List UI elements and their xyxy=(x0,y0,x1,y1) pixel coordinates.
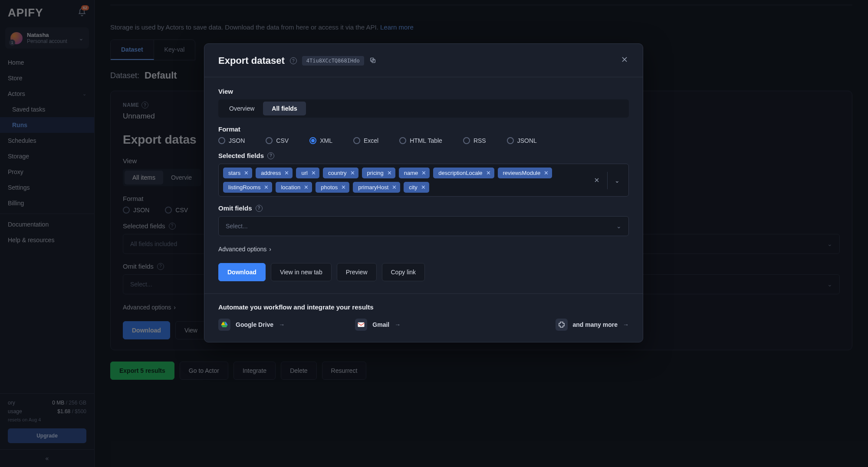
modal-view-tab-button[interactable]: View in new tab xyxy=(271,263,332,281)
modal-view-all-fields[interactable]: All fields xyxy=(263,102,306,115)
modal-preview-button[interactable]: Preview xyxy=(337,263,377,281)
field-chip: address✕ xyxy=(256,168,293,178)
field-chip: url✕ xyxy=(296,168,319,178)
modal-omit-fields-select[interactable]: Select... ⌄ xyxy=(218,216,629,236)
radio-icon xyxy=(266,137,273,144)
modal-format-json[interactable]: JSON xyxy=(218,137,245,144)
arrow-right-icon: → xyxy=(395,321,401,328)
close-modal-button[interactable] xyxy=(620,55,629,66)
radio-icon xyxy=(463,137,470,144)
copy-id-button[interactable] xyxy=(369,57,376,65)
field-chip: location✕ xyxy=(276,182,312,193)
clear-chips-button[interactable] xyxy=(593,177,600,185)
field-chip-label: primaryHost xyxy=(358,184,388,191)
field-chip-label: photos xyxy=(321,184,338,191)
modal-format-html[interactable]: HTML Table xyxy=(399,137,442,144)
modal-omit-fields-label: Omit fields ? xyxy=(218,204,629,212)
modal-view-overview[interactable]: Overview xyxy=(220,102,263,115)
field-chip: country✕ xyxy=(323,168,358,178)
integration-more[interactable]: and many more → xyxy=(492,319,629,331)
modal-selected-label-text: Selected fields xyxy=(218,152,264,159)
radio-icon xyxy=(507,137,514,144)
chevron-right-icon: › xyxy=(269,246,271,253)
integration-gdrive-label: Google Drive xyxy=(236,321,273,328)
modal-format-label: Format xyxy=(218,125,629,133)
modal-format-rss-label: RSS xyxy=(473,137,486,144)
remove-chip-button[interactable]: ✕ xyxy=(387,170,392,176)
arrow-right-icon: → xyxy=(623,321,629,328)
remove-chip-button[interactable]: ✕ xyxy=(341,184,346,191)
radio-icon xyxy=(218,137,225,144)
remove-chip-button[interactable]: ✕ xyxy=(350,170,355,176)
chevron-down-icon: ⌄ xyxy=(616,223,621,230)
field-chip-label: location xyxy=(281,184,300,191)
modal-body: View Overview All fields Format JSON CSV… xyxy=(204,77,643,293)
chip-controls: ⌄ xyxy=(587,168,624,189)
radio-icon xyxy=(353,137,360,144)
field-chip-label: city xyxy=(409,184,418,191)
field-chip-label: reviewsModule xyxy=(503,170,541,176)
field-chip: listingRooms✕ xyxy=(223,182,272,193)
integration-gmail[interactable]: Gmail → xyxy=(355,319,492,331)
modal-header: Export dataset ? 4Tiu8XCcTQ868IHdo xyxy=(204,44,643,77)
field-chip-label: url xyxy=(301,170,307,176)
gmail-icon xyxy=(355,319,367,331)
modal-view-pill-group: Overview All fields xyxy=(218,99,629,118)
field-chip: descriptionLocale✕ xyxy=(433,168,494,178)
help-icon[interactable]: ? xyxy=(290,57,297,64)
modal-format-excel[interactable]: Excel xyxy=(353,137,378,144)
field-chip: stars✕ xyxy=(223,168,252,178)
remove-chip-button[interactable]: ✕ xyxy=(421,170,426,176)
open-chips-dropdown[interactable]: ⌄ xyxy=(607,172,620,189)
remove-chip-button[interactable]: ✕ xyxy=(304,184,309,191)
help-icon[interactable]: ? xyxy=(256,205,263,212)
remove-chip-button[interactable]: ✕ xyxy=(284,170,289,176)
modal-title: Export dataset xyxy=(218,55,285,66)
svg-rect-2 xyxy=(358,322,365,327)
remove-chip-button[interactable]: ✕ xyxy=(392,184,397,191)
modal-selected-fields-label: Selected fields ? xyxy=(218,152,629,159)
export-dataset-modal: Export dataset ? 4Tiu8XCcTQ868IHdo View … xyxy=(204,43,643,342)
field-chip: pricing✕ xyxy=(362,168,395,178)
selected-fields-input[interactable]: stars✕address✕url✕country✕pricing✕name✕d… xyxy=(218,164,629,197)
remove-chip-button[interactable]: ✕ xyxy=(544,170,549,176)
field-chip-label: pricing xyxy=(367,170,384,176)
help-icon[interactable]: ? xyxy=(267,152,274,159)
modal-format-rss[interactable]: RSS xyxy=(463,137,486,144)
modal-format-jsonl[interactable]: JSONL xyxy=(507,137,537,144)
modal-advanced-label: Advanced options xyxy=(218,246,266,253)
modal-advanced-options-toggle[interactable]: Advanced options › xyxy=(218,246,629,253)
modal-omit-label-text: Omit fields xyxy=(218,204,252,212)
field-chip-label: address xyxy=(261,170,281,176)
field-chip: primaryHost✕ xyxy=(353,182,400,193)
copy-icon xyxy=(369,57,376,64)
modal-format-xml[interactable]: XML xyxy=(309,137,332,144)
field-chip-label: country xyxy=(328,170,347,176)
radio-icon xyxy=(399,137,406,144)
close-icon xyxy=(620,55,629,64)
field-chip-label: listingRooms xyxy=(228,184,260,191)
field-chip: city✕ xyxy=(404,182,429,193)
modal-format-csv[interactable]: CSV xyxy=(266,137,289,144)
remove-chip-button[interactable]: ✕ xyxy=(486,170,491,176)
modal-format-row: JSON CSV XML Excel HTML Table RSS JSONL xyxy=(218,137,629,144)
modal-omit-placeholder: Select... xyxy=(226,223,248,230)
automate-label: Automate you workflow and integrate your… xyxy=(218,303,629,311)
modal-format-json-label: JSON xyxy=(229,137,245,144)
arrow-right-icon: → xyxy=(279,321,285,328)
remove-chip-button[interactable]: ✕ xyxy=(264,184,269,191)
integration-google-drive[interactable]: Google Drive → xyxy=(218,319,355,331)
modal-download-button[interactable]: Download xyxy=(218,263,266,281)
modal-format-html-label: HTML Table xyxy=(410,137,442,144)
close-icon xyxy=(593,177,600,184)
field-chip: photos✕ xyxy=(316,182,349,193)
remove-chip-button[interactable]: ✕ xyxy=(244,170,249,176)
modal-format-excel-label: Excel xyxy=(364,137,378,144)
modal-copy-link-button[interactable]: Copy link xyxy=(382,263,425,281)
remove-chip-button[interactable]: ✕ xyxy=(311,170,316,176)
google-drive-icon xyxy=(218,319,230,331)
field-chip-label: stars xyxy=(228,170,240,176)
integrations-row: Google Drive → Gmail → and many more → xyxy=(218,319,629,331)
modal-button-row: Download View in new tab Preview Copy li… xyxy=(218,263,629,281)
remove-chip-button[interactable]: ✕ xyxy=(421,184,426,191)
